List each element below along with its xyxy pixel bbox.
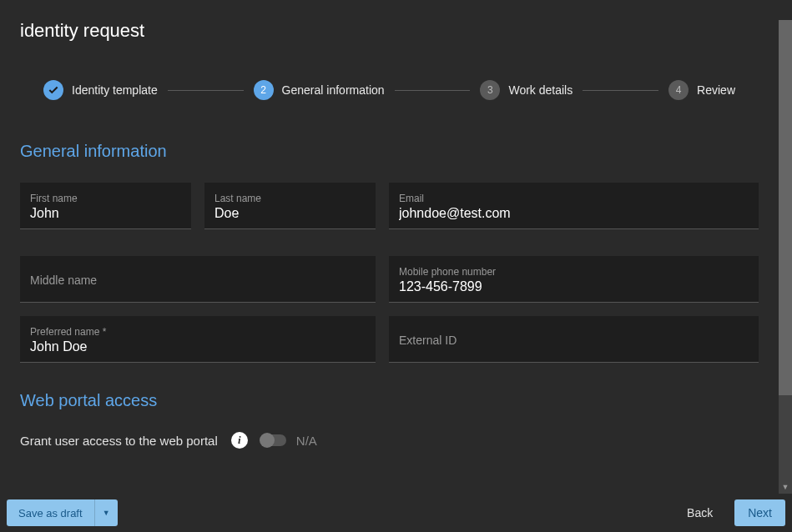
step-circle-pending: 3 — [480, 80, 500, 100]
info-icon[interactable]: i — [231, 432, 248, 449]
step-connector — [395, 90, 471, 91]
section-title-portal: Web portal access — [20, 391, 759, 410]
first-name-input[interactable] — [30, 206, 181, 221]
step-connector — [168, 90, 244, 91]
step-label: Review — [697, 83, 735, 97]
back-button[interactable]: Back — [678, 499, 721, 526]
step-connector — [583, 90, 658, 91]
step-circle-active: 2 — [254, 80, 274, 100]
stepper: Identity template 2 General information … — [43, 80, 735, 100]
step-identity-template[interactable]: Identity template — [43, 80, 158, 100]
field-label: Mobile phone number — [399, 266, 749, 278]
step-label: General information — [282, 83, 385, 97]
save-as-draft-button[interactable]: Save as draft — [7, 499, 94, 526]
field-label: Last name — [214, 193, 366, 204]
page-title: identity request — [0, 0, 792, 42]
content-area: Identity template 2 General information … — [0, 50, 779, 492]
step-review[interactable]: 4 Review — [668, 80, 735, 100]
external-id-field[interactable]: External ID — [389, 316, 759, 363]
portal-access-row: Grant user access to the web portal i N/… — [20, 432, 759, 449]
chevron-down-icon: ▼ — [103, 509, 110, 517]
preferred-name-input[interactable] — [30, 339, 366, 354]
first-name-field[interactable]: First name — [20, 183, 191, 229]
field-label: Email — [399, 193, 749, 204]
field-label: First name — [30, 193, 181, 204]
preferred-name-field[interactable]: Preferred name * — [20, 316, 376, 363]
step-work-details[interactable]: 3 Work details — [480, 80, 573, 100]
scrollbar-down-icon[interactable]: ▼ — [779, 480, 792, 494]
middle-name-field[interactable]: Middle name — [20, 256, 376, 303]
last-name-input[interactable] — [214, 206, 366, 221]
section-title-general: General information — [20, 142, 759, 161]
step-general-information[interactable]: 2 General information — [254, 80, 385, 100]
email-input[interactable] — [399, 206, 749, 221]
step-circle-completed — [43, 80, 63, 100]
scrollbar-thumb[interactable] — [779, 20, 792, 395]
toggle-knob — [260, 433, 275, 448]
checkmark-icon — [48, 84, 59, 96]
footer-bar: Save as draft ▼ Back Next — [0, 494, 792, 532]
field-label: Preferred name * — [30, 326, 366, 338]
mobile-field[interactable]: Mobile phone number — [389, 256, 759, 303]
toggle-state-label: N/A — [296, 434, 317, 448]
next-button[interactable]: Next — [734, 499, 785, 526]
footer-right: Back Next — [678, 499, 785, 526]
portal-access-toggle[interactable] — [261, 434, 286, 446]
form-grid: First name Last name Email Middle name M… — [20, 183, 759, 363]
email-field[interactable]: Email — [389, 183, 759, 229]
field-label: External ID — [399, 334, 749, 347]
last-name-field[interactable]: Last name — [204, 183, 376, 229]
field-label: Middle name — [30, 274, 366, 287]
step-circle-pending: 4 — [668, 80, 689, 100]
step-label: Identity template — [72, 83, 158, 97]
save-draft-group: Save as draft ▼ — [7, 499, 118, 526]
save-draft-dropdown-button[interactable]: ▼ — [94, 499, 118, 526]
mobile-input[interactable] — [399, 279, 749, 294]
step-label: Work details — [508, 83, 573, 97]
grant-access-label: Grant user access to the web portal — [20, 434, 218, 448]
